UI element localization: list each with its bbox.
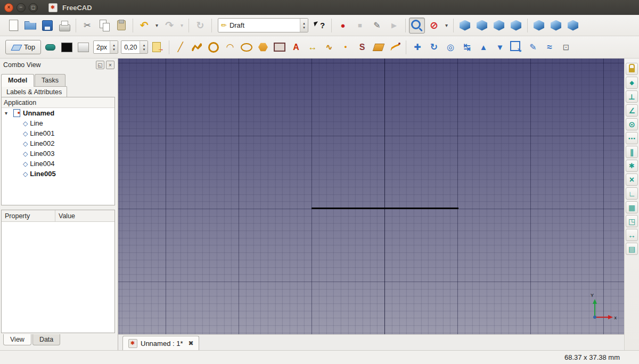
property-column-header[interactable]: Property	[2, 210, 55, 221]
text-scale-spin-arrows-icon[interactable]: ▴▾	[140, 41, 148, 53]
view-bottom-button[interactable]	[548, 18, 564, 34]
draft-line-button[interactable]: ╱	[173, 39, 188, 55]
view-right-button[interactable]	[508, 18, 524, 34]
view-top-button[interactable]	[491, 18, 507, 34]
redo-button[interactable]: ↷	[161, 18, 177, 34]
view-front-button[interactable]	[474, 18, 490, 34]
snap-extension-button[interactable]: ⋯	[626, 132, 638, 144]
draft-point-button[interactable]: ●	[338, 39, 353, 55]
document-tab-close-icon[interactable]: ✖	[189, 340, 194, 347]
view-left-button[interactable]	[565, 18, 581, 34]
snap-ortho-button[interactable]: ∟	[626, 187, 638, 200]
macro-stop-button[interactable]: ■	[352, 18, 368, 34]
expand-arrow-icon[interactable]: ▾	[5, 110, 10, 116]
snap-dimensions-button[interactable]: ↔	[626, 229, 638, 241]
draft-dimension-button[interactable]: ↔	[305, 39, 320, 55]
tree-item-line001[interactable]: ◇Line001	[2, 128, 114, 138]
workbench-selector[interactable]: ✏ Draft ▴▾	[218, 18, 308, 32]
snap-parallel-button[interactable]: ∥	[626, 146, 638, 158]
construction-mode-button[interactable]	[43, 39, 58, 55]
line-width-spinbox[interactable]: 2px ▴▾	[93, 40, 118, 54]
snap-angle-button[interactable]: ∠	[626, 104, 638, 117]
tree-item-line005[interactable]: ◇Line005	[2, 169, 114, 179]
draft-scale-button[interactable]	[509, 39, 524, 55]
open-document-button[interactable]	[22, 18, 38, 34]
document-tab[interactable]: Unnamed : 1* ✖	[122, 336, 199, 350]
drawn-line[interactable]	[312, 208, 458, 209]
view-rear-button[interactable]	[531, 18, 547, 34]
redo-dropdown-button[interactable]: ▾	[178, 18, 185, 34]
draft-edit-button[interactable]: ✎	[525, 39, 540, 55]
snap-midpoint-button[interactable]: ⊥	[626, 90, 638, 103]
line-width-spin-arrows-icon[interactable]: ▴▾	[110, 41, 118, 53]
tab-tasks[interactable]: Tasks	[35, 74, 65, 86]
tree-item-line[interactable]: ◇Line	[2, 118, 114, 128]
macro-play-button[interactable]: ▶	[386, 18, 402, 34]
window-maximize-button[interactable]: ◻	[29, 3, 38, 12]
draft-polygon-button[interactable]	[255, 39, 271, 55]
draft-text-button[interactable]: A	[288, 39, 304, 55]
copy-button[interactable]	[96, 18, 112, 34]
whats-this-button[interactable]: ?	[312, 18, 328, 34]
snap-lock-button[interactable]	[626, 63, 638, 75]
value-column-header[interactable]: Value	[55, 210, 114, 221]
draft-label-button[interactable]	[387, 39, 403, 55]
text-scale-spinbox[interactable]: 0,20 ▴▾	[121, 40, 148, 54]
draw-style-button[interactable]: ⊘	[426, 18, 442, 34]
workbench-selector-arrows-icon[interactable]: ▴▾	[300, 19, 308, 32]
cut-button[interactable]: ✂	[79, 18, 95, 34]
macro-record-button[interactable]: ●	[335, 18, 351, 34]
draft-move-button[interactable]: ✚	[409, 39, 425, 55]
line-color-button[interactable]	[59, 39, 75, 55]
toggle-grid-button[interactable]: ▤	[626, 243, 638, 255]
tab-model[interactable]: Model	[1, 74, 34, 87]
draft-facebinder-button[interactable]	[371, 39, 386, 55]
macro-edit-button[interactable]: ✎	[369, 18, 385, 34]
draft-rotate-button[interactable]: ↻	[426, 39, 441, 55]
tree-item-line004[interactable]: ◇Line004	[2, 159, 114, 169]
window-close-button[interactable]: ×	[4, 3, 13, 12]
working-plane-button[interactable]: Top	[5, 40, 41, 54]
snap-working-plane-button[interactable]: ◳	[626, 215, 638, 227]
zoom-fit-all-button[interactable]	[409, 18, 425, 34]
tree-item-line003[interactable]: ◇Line003	[2, 148, 114, 159]
apply-current-style-button[interactable]	[150, 39, 166, 55]
snap-grid-button[interactable]: ▦	[626, 201, 638, 213]
float-panel-button[interactable]: ◱	[96, 61, 104, 69]
undo-dropdown-button[interactable]: ▾	[153, 18, 160, 34]
view-isometric-button[interactable]	[457, 18, 473, 34]
new-document-button[interactable]	[5, 18, 21, 34]
draft-wire-button[interactable]	[189, 39, 204, 55]
draft-offset-button[interactable]: ◎	[443, 39, 458, 55]
3d-viewport[interactable]: Y x	[118, 59, 624, 334]
draft-shapestring-button[interactable]: S	[354, 39, 370, 55]
draft-circle-button[interactable]	[206, 39, 221, 55]
tab-data[interactable]: Data	[32, 334, 60, 345]
tab-view[interactable]: View	[3, 334, 31, 345]
draft-wire-to-bspline-button[interactable]: ≈	[542, 39, 557, 55]
draft-rectangle-button[interactable]	[272, 39, 287, 55]
draft-downgrade-button[interactable]: ▼	[492, 39, 507, 55]
refresh-button[interactable]: ↻	[192, 18, 208, 34]
draft-bspline-button[interactable]: ∿	[321, 39, 337, 55]
draft-arc-button[interactable]: ◠	[222, 39, 237, 55]
window-minimize-button[interactable]: −	[17, 3, 26, 12]
tree-item-unnamed[interactable]: ▾ Unnamed	[2, 108, 114, 118]
draft-trimex-button[interactable]: ↹	[459, 39, 474, 55]
draft-ellipse-button[interactable]	[239, 39, 254, 55]
tree-item-line002[interactable]: ◇Line002	[2, 138, 114, 148]
face-color-button[interactable]	[76, 39, 91, 55]
print-button[interactable]	[56, 18, 72, 34]
snap-center-button[interactable]: ⊙	[626, 118, 638, 130]
draft-shape-2d-view-button[interactable]: ⊡	[558, 39, 574, 55]
panel-splitter[interactable]	[0, 205, 118, 210]
save-document-button[interactable]	[39, 18, 55, 34]
snap-special-button[interactable]: ✱	[626, 160, 638, 172]
draft-upgrade-button[interactable]: ▲	[476, 39, 491, 55]
paste-button[interactable]	[113, 18, 129, 34]
undo-button[interactable]: ↶	[136, 18, 152, 34]
draw-style-dropdown-button[interactable]: ▾	[443, 18, 450, 34]
close-panel-button[interactable]: ×	[106, 61, 114, 69]
snap-endpoint-button[interactable]: ◆	[626, 77, 638, 89]
snap-near-button[interactable]: ×	[626, 173, 638, 186]
